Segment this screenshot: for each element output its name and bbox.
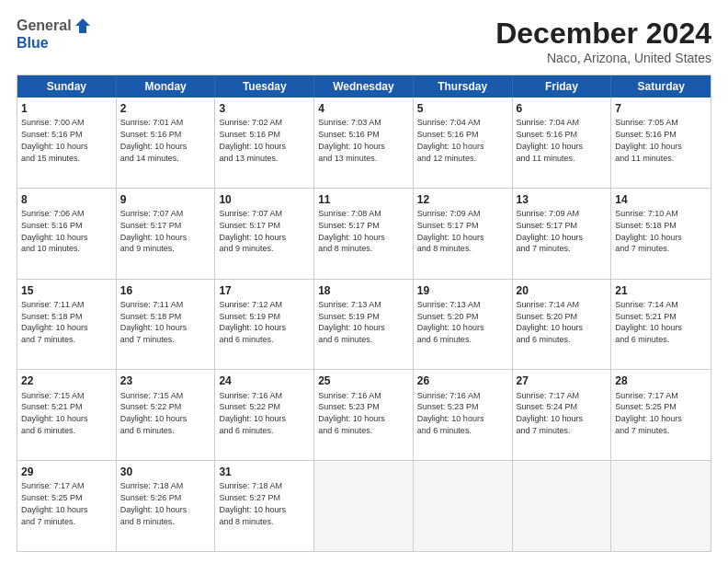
calendar-cell: [513, 461, 612, 551]
day-info: Sunrise: 7:02 AM Sunset: 5:16 PM Dayligh…: [219, 118, 286, 162]
logo: General Blue: [17, 17, 92, 52]
day-info: Sunrise: 7:17 AM Sunset: 5:24 PM Dayligh…: [517, 391, 584, 435]
day-number: 19: [417, 283, 508, 298]
day-number: 26: [417, 373, 508, 388]
day-info: Sunrise: 7:00 AM Sunset: 5:16 PM Dayligh…: [21, 118, 88, 162]
calendar-cell: 14Sunrise: 7:10 AM Sunset: 5:18 PM Dayli…: [611, 189, 711, 279]
calendar-cell: [314, 461, 414, 551]
day-info: Sunrise: 7:14 AM Sunset: 5:21 PM Dayligh…: [615, 300, 682, 344]
calendar-cell: 5Sunrise: 7:04 AM Sunset: 5:16 PM Daylig…: [414, 98, 513, 188]
day-info: Sunrise: 7:06 AM Sunset: 5:16 PM Dayligh…: [21, 209, 88, 253]
calendar-cell: 9Sunrise: 7:07 AM Sunset: 5:17 PM Daylig…: [117, 189, 216, 279]
calendar-cell: 11Sunrise: 7:08 AM Sunset: 5:17 PM Dayli…: [314, 189, 414, 279]
calendar-cell: 4Sunrise: 7:03 AM Sunset: 5:16 PM Daylig…: [314, 98, 414, 188]
calendar-cell: 7Sunrise: 7:05 AM Sunset: 5:16 PM Daylig…: [611, 98, 711, 188]
day-number: 6: [517, 101, 608, 116]
day-number: 1: [21, 101, 112, 116]
calendar-cell: 28Sunrise: 7:17 AM Sunset: 5:25 PM Dayli…: [611, 370, 711, 460]
day-info: Sunrise: 7:10 AM Sunset: 5:18 PM Dayligh…: [615, 209, 682, 253]
logo-general-text: General: [17, 17, 72, 34]
calendar-cell: 27Sunrise: 7:17 AM Sunset: 5:24 PM Dayli…: [513, 370, 612, 460]
header-day-thursday: Thursday: [414, 75, 513, 98]
calendar-cell: 29Sunrise: 7:17 AM Sunset: 5:25 PM Dayli…: [17, 461, 117, 551]
day-info: Sunrise: 7:04 AM Sunset: 5:16 PM Dayligh…: [517, 118, 584, 162]
calendar-row-2: 8Sunrise: 7:06 AM Sunset: 5:16 PM Daylig…: [17, 189, 711, 280]
day-number: 15: [21, 283, 112, 298]
day-number: 8: [21, 192, 112, 207]
day-info: Sunrise: 7:03 AM Sunset: 5:16 PM Dayligh…: [318, 118, 385, 162]
day-number: 9: [120, 192, 211, 207]
day-info: Sunrise: 7:11 AM Sunset: 5:18 PM Dayligh…: [21, 300, 88, 344]
location: Naco, Arizona, United States: [495, 51, 711, 65]
calendar-cell: 18Sunrise: 7:13 AM Sunset: 5:19 PM Dayli…: [314, 280, 414, 370]
calendar-cell: 13Sunrise: 7:09 AM Sunset: 5:17 PM Dayli…: [513, 189, 612, 279]
calendar-cell: [414, 461, 513, 551]
day-number: 22: [21, 373, 112, 388]
day-number: 12: [417, 192, 508, 207]
day-info: Sunrise: 7:07 AM Sunset: 5:17 PM Dayligh…: [219, 209, 286, 253]
day-number: 24: [219, 373, 310, 388]
day-info: Sunrise: 7:04 AM Sunset: 5:16 PM Dayligh…: [417, 118, 484, 162]
day-info: Sunrise: 7:16 AM Sunset: 5:22 PM Dayligh…: [219, 391, 286, 435]
calendar-row-5: 29Sunrise: 7:17 AM Sunset: 5:25 PM Dayli…: [17, 461, 711, 551]
day-number: 4: [318, 101, 409, 116]
calendar: SundayMondayTuesdayWednesdayThursdayFrid…: [17, 75, 711, 552]
calendar-cell: 23Sunrise: 7:15 AM Sunset: 5:22 PM Dayli…: [117, 370, 216, 460]
day-number: 17: [219, 283, 310, 298]
day-number: 2: [120, 101, 211, 116]
day-info: Sunrise: 7:01 AM Sunset: 5:16 PM Dayligh…: [120, 118, 188, 162]
calendar-row-3: 15Sunrise: 7:11 AM Sunset: 5:18 PM Dayli…: [17, 280, 711, 371]
month-title: December 2024: [495, 17, 711, 51]
calendar-cell: 8Sunrise: 7:06 AM Sunset: 5:16 PM Daylig…: [17, 189, 117, 279]
day-info: Sunrise: 7:11 AM Sunset: 5:18 PM Dayligh…: [120, 300, 188, 344]
day-number: 5: [417, 101, 508, 116]
day-info: Sunrise: 7:12 AM Sunset: 5:19 PM Dayligh…: [219, 300, 286, 344]
day-info: Sunrise: 7:13 AM Sunset: 5:20 PM Dayligh…: [417, 300, 484, 344]
logo-blue-text: Blue: [17, 35, 49, 52]
calendar-row-1: 1Sunrise: 7:00 AM Sunset: 5:16 PM Daylig…: [17, 98, 711, 189]
calendar-cell: 25Sunrise: 7:16 AM Sunset: 5:23 PM Dayli…: [314, 370, 414, 460]
header-day-saturday: Saturday: [611, 75, 711, 98]
svg-marker-0: [75, 18, 90, 33]
calendar-cell: 6Sunrise: 7:04 AM Sunset: 5:16 PM Daylig…: [513, 98, 612, 188]
day-info: Sunrise: 7:13 AM Sunset: 5:19 PM Dayligh…: [318, 300, 385, 344]
calendar-cell: 12Sunrise: 7:09 AM Sunset: 5:17 PM Dayli…: [414, 189, 513, 279]
day-info: Sunrise: 7:17 AM Sunset: 5:25 PM Dayligh…: [615, 391, 682, 435]
calendar-cell: 22Sunrise: 7:15 AM Sunset: 5:21 PM Dayli…: [17, 370, 117, 460]
day-info: Sunrise: 7:09 AM Sunset: 5:17 PM Dayligh…: [517, 209, 584, 253]
day-info: Sunrise: 7:15 AM Sunset: 5:21 PM Dayligh…: [21, 391, 88, 435]
calendar-cell: 16Sunrise: 7:11 AM Sunset: 5:18 PM Dayli…: [117, 280, 216, 370]
calendar-cell: 15Sunrise: 7:11 AM Sunset: 5:18 PM Dayli…: [17, 280, 117, 370]
page: General Blue December 2024 Naco, Arizona…: [0, 0, 728, 563]
day-number: 20: [517, 283, 608, 298]
day-number: 7: [615, 101, 707, 116]
calendar-cell: 21Sunrise: 7:14 AM Sunset: 5:21 PM Dayli…: [611, 280, 711, 370]
day-number: 31: [219, 465, 310, 479]
calendar-row-4: 22Sunrise: 7:15 AM Sunset: 5:21 PM Dayli…: [17, 370, 711, 461]
day-number: 25: [318, 373, 409, 388]
day-number: 16: [120, 283, 211, 298]
day-number: 28: [615, 373, 707, 388]
day-number: 10: [219, 192, 310, 207]
calendar-cell: 3Sunrise: 7:02 AM Sunset: 5:16 PM Daylig…: [215, 98, 314, 188]
calendar-cell: 2Sunrise: 7:01 AM Sunset: 5:16 PM Daylig…: [117, 98, 216, 188]
day-info: Sunrise: 7:15 AM Sunset: 5:22 PM Dayligh…: [120, 391, 188, 435]
calendar-cell: 10Sunrise: 7:07 AM Sunset: 5:17 PM Dayli…: [215, 189, 314, 279]
header-day-sunday: Sunday: [17, 75, 117, 98]
calendar-body: 1Sunrise: 7:00 AM Sunset: 5:16 PM Daylig…: [17, 98, 711, 551]
day-number: 13: [517, 192, 608, 207]
day-number: 21: [615, 283, 707, 298]
day-info: Sunrise: 7:16 AM Sunset: 5:23 PM Dayligh…: [417, 391, 484, 435]
day-info: Sunrise: 7:08 AM Sunset: 5:17 PM Dayligh…: [318, 209, 385, 253]
day-info: Sunrise: 7:05 AM Sunset: 5:16 PM Dayligh…: [615, 118, 682, 162]
day-info: Sunrise: 7:18 AM Sunset: 5:26 PM Dayligh…: [120, 481, 188, 525]
header-day-tuesday: Tuesday: [215, 75, 314, 98]
calendar-cell: 30Sunrise: 7:18 AM Sunset: 5:26 PM Dayli…: [117, 461, 216, 551]
calendar-cell: [611, 461, 711, 551]
day-info: Sunrise: 7:18 AM Sunset: 5:27 PM Dayligh…: [219, 481, 286, 525]
day-number: 27: [517, 373, 608, 388]
header: General Blue December 2024 Naco, Arizona…: [17, 17, 711, 65]
day-number: 23: [120, 373, 211, 388]
day-info: Sunrise: 7:14 AM Sunset: 5:20 PM Dayligh…: [517, 300, 584, 344]
day-number: 29: [21, 465, 112, 479]
